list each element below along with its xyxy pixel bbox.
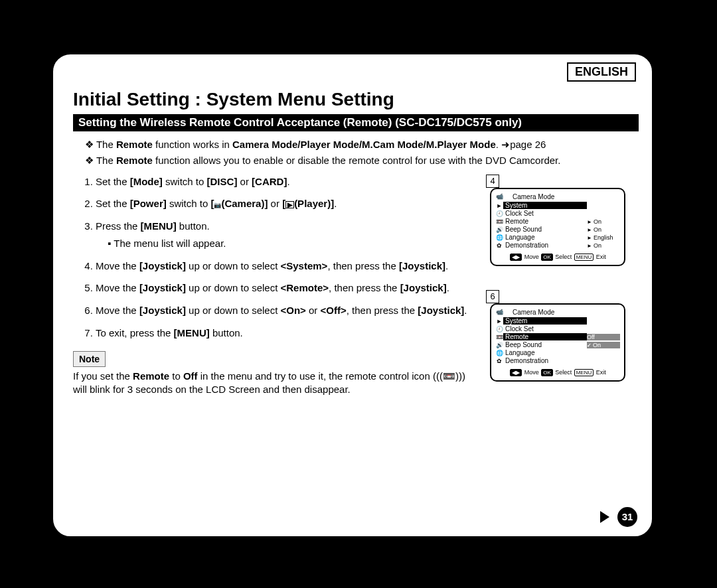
intro-block: The Remote function works in Camera Mode… xyxy=(85,138,639,168)
osd-row-value: On xyxy=(587,226,620,233)
osd-row-icon: 📼 xyxy=(495,218,503,225)
osd-menu-item: ✿DemonstrationOn xyxy=(495,242,620,250)
menu-key-icon: MENU xyxy=(574,369,594,376)
page-ref-arrow-icon xyxy=(501,139,510,150)
screenshot-step-ref: 6 xyxy=(486,290,499,303)
osd-menu-item: 🌐LanguageEnglish xyxy=(495,234,620,242)
osd-row-value: On xyxy=(587,242,620,249)
manual-page: ENGLISH Initial Setting : System Menu Se… xyxy=(52,53,653,538)
camera-mode-icon: 📹 xyxy=(495,309,503,317)
camera-mode-icon: 📹 xyxy=(495,193,503,202)
osd-menu-item: 🔊Beep SoundOn xyxy=(495,341,620,349)
osd-row-icon: 🌐 xyxy=(495,234,503,241)
osd-screenshot-6: 📹Camera Mode ►System🕘Clock Set📼RemoteOff… xyxy=(490,303,625,382)
osd-row-name: Clock Set xyxy=(503,210,587,217)
menu-key-icon: MENU xyxy=(574,254,594,261)
note-text: If you set the Remote to Off in the menu… xyxy=(73,370,481,397)
osd-row-name: Demonstration xyxy=(503,242,587,249)
screenshot-step-ref: 4 xyxy=(486,175,499,188)
osd-row-icon: ✿ xyxy=(495,358,503,364)
osd-row-icon: ► xyxy=(495,318,503,325)
osd-row-name: System xyxy=(503,317,587,325)
camera-icon xyxy=(214,198,221,209)
osd-footer: ◀▶ Move OK Select MENU Exit xyxy=(495,254,620,261)
nav-key-icon: ◀▶ xyxy=(510,254,522,261)
step-list: Set the [Mode] switch to [DISC] or [CARD… xyxy=(73,172,481,403)
player-icon xyxy=(285,198,294,209)
osd-row-name: Remote xyxy=(503,333,587,340)
osd-row-name: Language xyxy=(503,234,587,241)
nav-key-icon: ◀▶ xyxy=(510,369,522,376)
osd-menu-item: 📼RemoteOn xyxy=(495,218,620,226)
osd-menu-item: ✿Demonstration xyxy=(495,357,620,365)
osd-row-name: Beep Sound xyxy=(503,226,587,233)
osd-screenshot-4: 📹Camera Mode ►System🕘Clock Set📼RemoteOn🔊… xyxy=(490,188,625,266)
osd-row-icon: 🌐 xyxy=(495,350,503,356)
osd-row-icon: 📼 xyxy=(495,334,503,340)
osd-row-value: On xyxy=(587,342,620,348)
osd-row-name: System xyxy=(503,202,587,209)
ok-key-icon: OK xyxy=(541,254,553,261)
osd-menu-item: ►System xyxy=(495,202,620,210)
language-badge: ENGLISH xyxy=(567,62,636,82)
osd-row-name: Clock Set xyxy=(503,325,587,332)
osd-row-value: On xyxy=(587,218,620,225)
ok-key-icon: OK xyxy=(541,369,553,376)
osd-row-value: English xyxy=(587,234,620,241)
page-corner-triangle-icon xyxy=(600,511,609,523)
note-label: Note xyxy=(73,351,106,367)
osd-row-icon: 🕘 xyxy=(495,326,503,332)
osd-row-name: Demonstration xyxy=(503,357,587,364)
osd-column: 4 📹Camera Mode ►System🕘Clock Set📼RemoteO… xyxy=(486,172,639,403)
osd-menu-item: 🕘Clock Set xyxy=(495,210,620,218)
section-heading: Setting the Wireless Remote Control Acce… xyxy=(73,114,639,131)
osd-row-name: Language xyxy=(503,349,587,356)
page-number: 31 xyxy=(617,507,637,527)
osd-menu-item: 🌐Language xyxy=(495,349,620,357)
osd-menu-item: ►System xyxy=(495,317,620,325)
page-title: Initial Setting : System Menu Setting xyxy=(73,89,639,110)
osd-row-value: Off xyxy=(587,334,620,340)
osd-menu-item: 🔊Beep SoundOn xyxy=(495,226,620,234)
osd-row-icon: ► xyxy=(495,202,503,209)
osd-footer: ◀▶ Move OK Select MENU Exit xyxy=(495,369,620,376)
osd-row-icon: 🔊 xyxy=(495,342,503,348)
osd-menu-item: 📼RemoteOff xyxy=(495,333,620,341)
osd-row-name: Beep Sound xyxy=(503,341,587,348)
osd-row-name: Remote xyxy=(503,218,587,225)
osd-menu-item: 🕘Clock Set xyxy=(495,325,620,333)
osd-row-icon: 🔊 xyxy=(495,226,503,233)
osd-row-icon: ✿ xyxy=(495,242,503,249)
remote-blocked-icon: ((📼)) xyxy=(436,370,462,382)
osd-row-icon: 🕘 xyxy=(495,210,503,217)
